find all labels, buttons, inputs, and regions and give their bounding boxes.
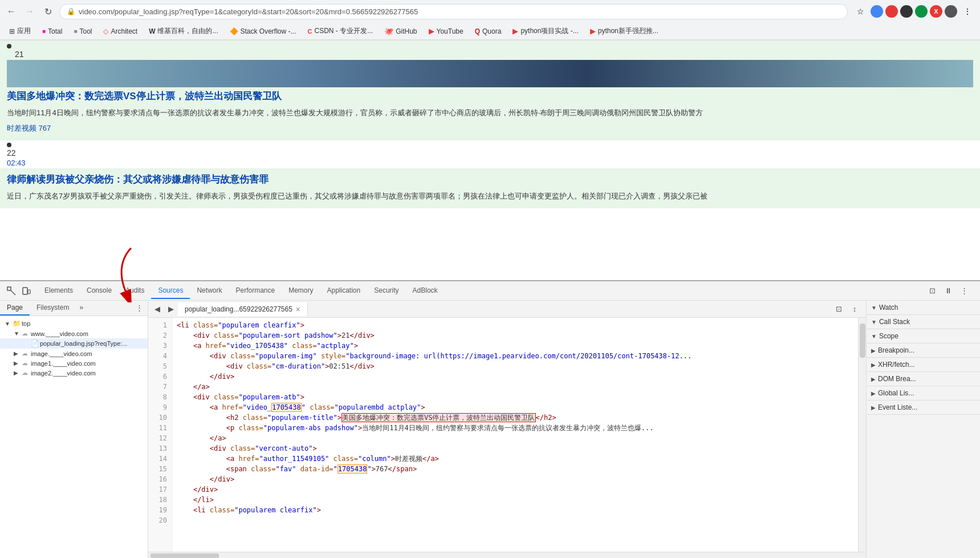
tree-item-image1[interactable]: ▶ ☁ image1.____video.com bbox=[0, 358, 148, 368]
tree-item-file[interactable]: 📄 popular_loading.jsp?reqType:... bbox=[0, 338, 148, 349]
line-num-18: 18 bbox=[148, 495, 172, 505]
forward-button[interactable]: → bbox=[23, 5, 36, 18]
extension-icon-1[interactable] bbox=[871, 5, 883, 18]
sources-tab-page[interactable]: Page bbox=[0, 301, 30, 316]
tab-sources[interactable]: Sources bbox=[151, 283, 190, 299]
menu-icon[interactable]: ⋮ bbox=[959, 3, 975, 19]
code-line-10: <h2 class="popularem-title">美国多地爆冲突：数完选票… bbox=[177, 413, 853, 423]
file-tab-name: popular_loading...65922926277565 bbox=[185, 305, 292, 313]
bookmark-wikipedia[interactable]: W 维基百科，自由的... bbox=[144, 25, 222, 38]
section-scope-header[interactable]: ▼ Scope bbox=[867, 329, 980, 343]
section-callstack: ▼ Call Stack bbox=[867, 315, 980, 329]
article1-meta[interactable]: 时差视频 767 bbox=[7, 124, 51, 132]
bookmark-python1[interactable]: ▶ python项目实战 -... bbox=[508, 25, 583, 38]
bookmark-github[interactable]: 🐙 GitHub bbox=[380, 25, 421, 37]
bookmark-apps[interactable]: ⊞ 应用 bbox=[5, 25, 35, 38]
tab-memory[interactable]: Memory bbox=[282, 283, 320, 299]
code-line-16: </div> bbox=[177, 474, 853, 484]
bookmark-youtube[interactable]: ▶ YouTube bbox=[424, 25, 468, 37]
inspect-element-icon[interactable] bbox=[5, 284, 18, 298]
xhr-arrow-icon: ▶ bbox=[871, 362, 876, 368]
tree-item-image[interactable]: ▶ ☁ image.____video.com bbox=[0, 349, 148, 358]
line-num-6: 6 bbox=[148, 371, 172, 382]
item-21-number: 21 bbox=[7, 50, 973, 60]
scope-label: Scope bbox=[879, 332, 898, 340]
tree-item-www[interactable]: ▼ ☁ www.____video.com bbox=[0, 329, 148, 338]
reload-button[interactable]: ↻ bbox=[41, 5, 55, 18]
tree-item-top[interactable]: ▼ 📁 top bbox=[0, 318, 148, 329]
code-icon-2[interactable]: ↕ bbox=[848, 302, 861, 316]
section-breakpoints-header[interactable]: ▶ Breakpoin... bbox=[867, 343, 980, 357]
bookmark-quora[interactable]: Q Quora bbox=[470, 26, 506, 37]
section-xhr-header[interactable]: ▶ XHR/fetch... bbox=[867, 358, 980, 371]
section-callstack-header[interactable]: ▼ Call Stack bbox=[867, 315, 980, 329]
extension-icon-4[interactable] bbox=[915, 5, 928, 18]
tree-label-file: popular_loading.jsp?reqType:... bbox=[40, 340, 128, 347]
bookmark-python2[interactable]: ▶ python新手强烈推... bbox=[585, 25, 663, 38]
wikipedia-icon: W bbox=[149, 27, 155, 35]
file-tab-close-btn[interactable]: × bbox=[296, 305, 300, 314]
tab-adblock[interactable]: AdBlock bbox=[406, 283, 445, 299]
settings-icon[interactable]: ⋮ bbox=[957, 284, 971, 298]
code-scrollbar[interactable] bbox=[858, 318, 866, 552]
line-num-10: 10 bbox=[148, 413, 172, 423]
tab-audits[interactable]: Audits bbox=[119, 283, 151, 299]
address-bar[interactable]: 🔒 video.com/popular_loading.jsp?reqType=… bbox=[59, 4, 848, 19]
file-back-icon[interactable]: ◀ bbox=[151, 302, 164, 316]
extension-icon-2[interactable] bbox=[885, 5, 898, 18]
sources-left-tabs: Page Filesystem » ⋮ bbox=[0, 301, 148, 316]
sources-tab-more[interactable]: » bbox=[76, 301, 87, 316]
article1-meta-line: 时差视频 767 bbox=[7, 121, 973, 136]
pause-icon[interactable]: ⏸ bbox=[941, 284, 955, 298]
sources-tab-filesystem[interactable]: Filesystem bbox=[30, 301, 76, 316]
line-num-1: 1 bbox=[148, 320, 172, 330]
file-tab-active[interactable]: popular_loading...65922926277565 × bbox=[178, 302, 308, 316]
code-line-14: <a href="author_11549105" class="column"… bbox=[177, 454, 853, 464]
code-editor[interactable]: 1 2 3 4 5 6 7 8 9 10 11 12 13 14 15 16 1 bbox=[148, 318, 866, 552]
bookmark-stackoverflow[interactable]: 🔶 Stack Overflow -... bbox=[225, 26, 301, 37]
event-listen-label: Event Liste... bbox=[878, 403, 917, 411]
tab-elements[interactable]: Elements bbox=[38, 283, 80, 299]
tab-performance[interactable]: Performance bbox=[229, 283, 282, 299]
tab-console[interactable]: Console bbox=[80, 283, 119, 299]
code-icon-1[interactable]: ⊡ bbox=[832, 302, 845, 316]
line-num-16: 16 bbox=[148, 474, 172, 484]
bookmark-architect[interactable]: ◇ Architect bbox=[99, 26, 142, 37]
extension-icon-3[interactable] bbox=[900, 5, 913, 18]
section-global-listen-header[interactable]: ▶ Global Lis... bbox=[867, 386, 980, 400]
section-event-listen-header[interactable]: ▶ Event Liste... bbox=[867, 401, 980, 414]
section-watch-header[interactable]: ▼ Watch bbox=[867, 301, 980, 314]
code-line-20: <li class="popularem clearfix"> bbox=[177, 505, 853, 515]
line-num-4: 4 bbox=[148, 351, 172, 361]
article1-title-link[interactable]: 美国多地爆冲突：数完选票VS停止计票，波特兰出动国民警卫队 bbox=[7, 87, 973, 105]
back-button[interactable]: ← bbox=[5, 5, 18, 18]
file-forward-icon[interactable]: ▶ bbox=[164, 302, 178, 316]
xhr-label: XHR/fetch... bbox=[878, 361, 915, 369]
browser-chrome: ← → ↻ 🔒 video.com/popular_loading.jsp?re… bbox=[0, 0, 980, 41]
code-hscroll[interactable] bbox=[148, 552, 866, 558]
section-dom-break-header[interactable]: ▶ DOM Brea... bbox=[867, 372, 980, 386]
code-hscroll-thumb[interactable] bbox=[151, 553, 219, 558]
extension-icon-5[interactable]: X bbox=[930, 5, 942, 18]
code-line-4: <div class="popularem-img" style="backgr… bbox=[177, 351, 853, 361]
bookmark-total[interactable]: ■ Total bbox=[38, 26, 67, 37]
event-listen-arrow-icon: ▶ bbox=[871, 405, 876, 411]
code-content: <li class="popularem clearfix"> <div cla… bbox=[172, 318, 858, 552]
tab-security[interactable]: Security bbox=[367, 283, 405, 299]
article2-title-link[interactable]: 律师解读男孩被父亲烧伤：其父或将涉嫌虐待罪与故意伤害罪 bbox=[7, 171, 973, 188]
timestamp-link[interactable]: 02:43 bbox=[7, 159, 26, 167]
device-toolbar-icon[interactable] bbox=[19, 284, 33, 298]
tab-application[interactable]: Application bbox=[320, 283, 368, 299]
sources-tab-options[interactable]: ⋮ bbox=[131, 301, 148, 316]
bookmark-star-icon[interactable]: ☆ bbox=[852, 3, 868, 19]
code-line-1: <li class="popularem clearfix"> bbox=[177, 320, 853, 330]
bookmark-tool[interactable]: ■ Tool bbox=[69, 26, 96, 37]
tree-item-image2[interactable]: ▶ ☁ image2.____video.com bbox=[0, 368, 148, 378]
code-line-9: <a href="video_1705438" class="popularem… bbox=[177, 402, 853, 413]
code-scrollbar-thumb[interactable] bbox=[860, 324, 865, 358]
scope-arrow-icon: ▼ bbox=[871, 333, 877, 339]
bookmark-csdn[interactable]: C CSDN - 专业开发... bbox=[303, 25, 378, 38]
dock-icon[interactable]: ⊡ bbox=[925, 284, 939, 298]
tab-network[interactable]: Network bbox=[190, 283, 229, 299]
extension-icon-6[interactable] bbox=[945, 5, 957, 18]
